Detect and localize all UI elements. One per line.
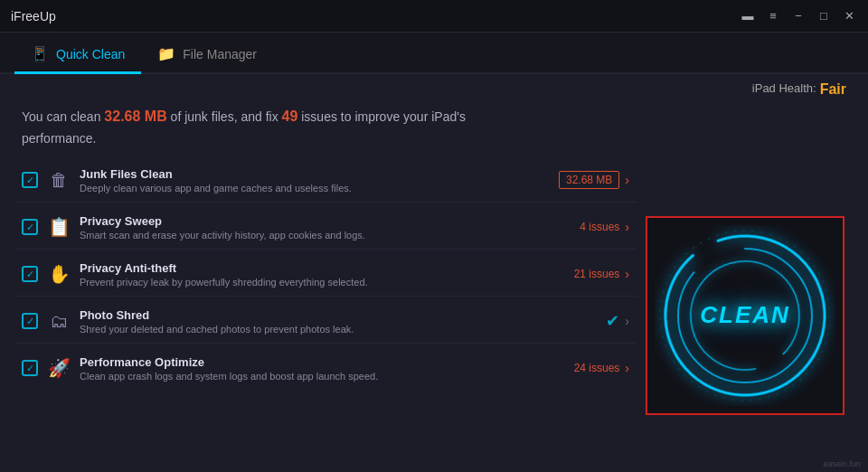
summary-size: 32.68 MB xyxy=(104,109,166,124)
info-privacy-sweep: Privacy Sweep Smart scan and erase your … xyxy=(80,214,571,241)
item-privacy-sweep: ✓ 📋 Privacy Sweep Smart scan and erase y… xyxy=(14,206,637,250)
file-manager-icon: 📁 xyxy=(157,45,175,62)
quick-clean-icon: 📱 xyxy=(31,45,49,62)
checkbox-junk-files[interactable]: ✓ xyxy=(22,172,38,188)
icon-performance: 🚀 xyxy=(47,357,71,379)
desc-privacy-antitheft: Prevent privacy leak by powerfully shred… xyxy=(80,277,565,288)
desc-privacy-sweep: Smart scan and erase your activity histo… xyxy=(80,230,571,241)
close-icon[interactable]: ✕ xyxy=(841,9,857,23)
item-performance-optimize: ✓ 🚀 Performance Optimize Clean app crash… xyxy=(14,347,637,390)
item-junk-files: ✓ 🗑 Junk Files Clean Deeply clean variou… xyxy=(14,159,637,203)
chevron-sweep: › xyxy=(625,220,629,234)
chevron-junk: › xyxy=(625,173,629,187)
tab-bar: 📱 Quick Clean 📁 File Manager xyxy=(0,33,868,74)
status-performance[interactable]: 24 issues › xyxy=(574,361,629,375)
checkbox-performance[interactable]: ✓ xyxy=(22,360,38,376)
clean-button[interactable]: CLEAN xyxy=(646,216,844,415)
icon-privacy-sweep: 📋 xyxy=(47,216,71,238)
health-label: iPad Health: xyxy=(752,81,816,98)
content-row: ✓ 🗑 Junk Files Clean Deeply clean variou… xyxy=(0,159,868,472)
icon-photo-shred: 🗂 xyxy=(47,311,71,332)
title-performance: Performance Optimize xyxy=(80,355,565,369)
summary-middle: of junk files, and fix xyxy=(167,109,282,124)
chevron-antitheft: › xyxy=(625,267,629,281)
title-photo-shred: Photo Shred xyxy=(80,308,597,322)
tab-quick-clean[interactable]: 📱 Quick Clean xyxy=(14,36,141,74)
info-performance: Performance Optimize Clean app crash log… xyxy=(80,355,565,382)
minimize-icon[interactable]: − xyxy=(790,9,807,23)
main-content: iPad Health: Fair You can clean 32.68 MB… xyxy=(0,74,868,472)
clean-label: CLEAN xyxy=(700,301,790,329)
info-junk-files: Junk Files Clean Deeply clean various ap… xyxy=(80,167,550,194)
check-circle-photo: ✔ xyxy=(606,311,619,331)
check-icon-junk: ✓ xyxy=(26,175,34,186)
info-privacy-antitheft: Privacy Anti-theft Prevent privacy leak … xyxy=(80,261,565,288)
status-junk-files[interactable]: 32.68 MB › xyxy=(559,171,629,189)
title-junk-files: Junk Files Clean xyxy=(80,167,550,181)
desc-performance: Clean app crash logs and system logs and… xyxy=(80,371,565,382)
check-icon-antitheft: ✓ xyxy=(26,269,34,280)
title-bar: iFreeUp ▬ ≡ − □ ✕ xyxy=(0,0,868,33)
window-controls: ▬ ≡ − □ ✕ xyxy=(740,9,857,23)
tab-file-manager-label: File Manager xyxy=(183,47,257,61)
summary-count: 49 xyxy=(282,109,298,124)
chevron-photo: › xyxy=(625,314,629,328)
info-photo-shred: Photo Shred Shred your deleted and cache… xyxy=(80,308,597,335)
health-bar: iPad Health: Fair xyxy=(0,74,868,101)
menu-icon[interactable]: ≡ xyxy=(765,9,781,23)
chevron-performance: › xyxy=(625,361,629,375)
status-value-performance: 24 issues xyxy=(574,362,620,374)
status-value-junk: 32.68 MB xyxy=(559,171,619,189)
status-value-antitheft: 21 issues xyxy=(574,268,620,280)
item-photo-shred: ✓ 🗂 Photo Shred Shred your deleted and c… xyxy=(14,300,637,344)
item-privacy-antitheft: ✓ ✋ Privacy Anti-theft Prevent privacy l… xyxy=(14,253,637,297)
status-privacy-sweep[interactable]: 4 issues › xyxy=(580,220,629,234)
icon-junk-files: 🗑 xyxy=(47,170,71,191)
status-photo-shred[interactable]: ✔ › xyxy=(606,311,629,331)
checkbox-privacy-sweep[interactable]: ✓ xyxy=(22,219,38,235)
maximize-icon[interactable]: □ xyxy=(816,9,832,23)
tab-quick-clean-label: Quick Clean xyxy=(56,47,125,61)
mobile-icon[interactable]: ▬ xyxy=(740,9,756,23)
icon-privacy-antitheft: ✋ xyxy=(47,263,71,285)
status-value-sweep: 4 issues xyxy=(580,221,619,233)
items-list: ✓ 🗑 Junk Files Clean Deeply clean variou… xyxy=(14,159,637,472)
tab-file-manager[interactable]: 📁 File Manager xyxy=(141,36,273,74)
title-privacy-antitheft: Privacy Anti-theft xyxy=(80,261,565,275)
desc-junk-files: Deeply clean various app and game caches… xyxy=(80,183,550,194)
checkbox-photo-shred[interactable]: ✓ xyxy=(22,313,38,329)
status-privacy-antitheft[interactable]: 21 issues › xyxy=(574,267,629,281)
checkbox-privacy-antitheft[interactable]: ✓ xyxy=(22,266,38,282)
desc-photo-shred: Shred your deleted and cached photos to … xyxy=(80,324,597,335)
summary-text: You can clean 32.68 MB of junk files, an… xyxy=(0,101,561,159)
title-privacy-sweep: Privacy Sweep xyxy=(80,214,571,228)
app-title: iFreeUp xyxy=(11,9,56,24)
summary-prefix: You can clean xyxy=(22,109,104,124)
check-icon-photo: ✓ xyxy=(26,316,34,327)
clean-panel: CLEAN xyxy=(637,159,854,472)
check-icon-sweep: ✓ xyxy=(26,222,34,233)
health-value: Fair xyxy=(820,81,846,98)
check-icon-performance: ✓ xyxy=(26,363,34,374)
